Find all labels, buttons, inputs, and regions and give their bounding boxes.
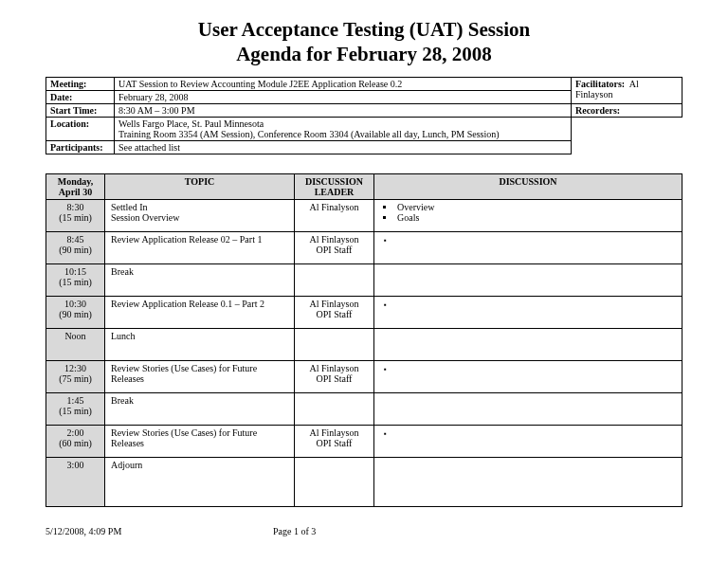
leader-line2: OPI Staff — [317, 245, 353, 255]
agenda-topic: Break — [105, 392, 295, 425]
square-bullet-icon — [382, 363, 387, 373]
agenda-discussion — [374, 457, 682, 506]
date-value: February 28, 2008 — [115, 90, 572, 103]
topic-line1: Settled In — [111, 202, 148, 212]
table-row: NoonLunch — [46, 328, 682, 360]
table-row: 1:45(15 min)Break — [46, 392, 682, 425]
agenda-leader — [295, 457, 374, 506]
time-value: 10:15 — [64, 266, 86, 277]
topic-line1: Adjourn — [111, 460, 142, 470]
agenda-time: 8:30(15 min) — [46, 199, 105, 231]
title-line-2: Agenda for February 28, 2008 — [236, 43, 492, 65]
col-header-time: Monday, April 30 — [46, 173, 105, 199]
col-header-topic: TOPIC — [105, 173, 295, 199]
time-duration: (90 min) — [48, 245, 102, 255]
title-line-1: User Acceptance Testing (UAT) Session — [198, 18, 530, 41]
location-value: Wells Fargo Place, St. Paul Minnesota Tr… — [115, 117, 572, 140]
time-value: 12:30 — [64, 363, 86, 373]
table-row: 8:30(15 min)Settled InSession OverviewAl… — [46, 199, 682, 231]
agenda-time: 10:15(15 min) — [46, 263, 105, 296]
table-row: 8:45(90 min)Review Application Release 0… — [46, 231, 682, 263]
meeting-label: Meeting: — [46, 77, 115, 90]
location-label: Location: — [46, 117, 115, 140]
agenda-topic: Lunch — [105, 328, 295, 360]
time-duration: (15 min) — [48, 277, 102, 287]
location-value-line2: Training Room 3354 (AM Session), Confere… — [118, 129, 500, 139]
agenda-topic: Settled InSession Overview — [105, 199, 295, 231]
agenda-discussion — [374, 263, 682, 296]
agenda-topic: Break — [105, 263, 295, 296]
agenda-topic: Review Application Release 0.1 – Part 2 — [105, 296, 295, 328]
location-value-line1: Wells Fargo Place, St. Paul Minnesota — [118, 118, 264, 129]
agenda-discussion: OverviewGoals — [374, 199, 682, 231]
agenda-leader: Al FinlaysonOPI Staff — [295, 360, 374, 392]
recorders-cell: Recorders: — [572, 103, 682, 117]
agenda-topic: Review Stories (Use Cases) for Future Re… — [105, 360, 295, 392]
agenda-table: Monday, April 30 TOPIC DISCUSSION LEADER… — [46, 173, 682, 507]
time-value: 10:30 — [64, 299, 86, 309]
time-duration: (60 min) — [48, 438, 102, 448]
time-value: 1:45 — [67, 395, 84, 406]
discussion-list: OverviewGoals — [382, 202, 674, 223]
meeting-info-block: Meeting: UAT Session to Review Accountin… — [46, 77, 682, 154]
topic-line1: Lunch — [111, 331, 136, 341]
topic-line1: Review Application Release 02 – Part 1 — [111, 234, 262, 245]
leader-line2: OPI Staff — [317, 373, 353, 384]
col-header-discussion: DISCUSSION — [374, 173, 682, 199]
footer-timestamp: 5/12/2008, 4:09 PM — [46, 526, 273, 536]
table-row: 12:30(75 min)Review Stories (Use Cases) … — [46, 360, 682, 392]
page-footer: 5/12/2008, 4:09 PM Page 1 of 3 — [0, 526, 728, 536]
agenda-time: 10:30(90 min) — [46, 296, 105, 328]
agenda-discussion — [374, 425, 682, 457]
topic-line1: Break — [111, 266, 134, 277]
leader-line1: Al Finlayson — [310, 234, 359, 245]
agenda-discussion — [374, 231, 682, 263]
agenda-leader: Al Finalyson — [295, 199, 374, 231]
footer-pager: Page 1 of 3 — [273, 526, 316, 536]
topic-line1: Break — [111, 395, 134, 406]
recorders-label: Recorders: — [575, 105, 620, 116]
agenda-discussion — [374, 360, 682, 392]
topic-line1: Review Stories (Use Cases) for Future Re… — [111, 363, 257, 384]
square-bullet-icon — [382, 299, 387, 309]
agenda-time: 2:00(60 min) — [46, 425, 105, 457]
list-item: Goals — [395, 212, 674, 223]
agenda-time: 12:30(75 min) — [46, 360, 105, 392]
agenda-leader: Al FinlaysonOPI Staff — [295, 296, 374, 328]
agenda-leader: Al FinlaysonOPI Staff — [295, 425, 374, 457]
agenda-topic: Adjourn — [105, 457, 295, 506]
page-title: User Acceptance Testing (UAT) Session Ag… — [46, 17, 682, 67]
agenda-time: 1:45(15 min) — [46, 392, 105, 425]
square-bullet-icon — [382, 427, 387, 438]
meeting-value: UAT Session to Review Accounting Module … — [115, 77, 572, 90]
list-item: Overview — [395, 202, 674, 212]
agenda-discussion — [374, 296, 682, 328]
time-value: 8:30 — [67, 202, 84, 212]
time-value: 2:00 — [67, 427, 84, 438]
time-value: 3:00 — [67, 460, 84, 470]
time-duration: (90 min) — [48, 309, 102, 319]
square-bullet-icon — [382, 234, 387, 245]
leader-line1: Al Finlayson — [310, 427, 359, 438]
agenda-time: 8:45(90 min) — [46, 231, 105, 263]
participants-label: Participants: — [46, 140, 115, 154]
agenda-discussion — [374, 328, 682, 360]
agenda-topic: Review Application Release 02 – Part 1 — [105, 231, 295, 263]
time-duration: (75 min) — [48, 373, 102, 384]
agenda-time: 3:00 — [46, 457, 105, 506]
topic-line1: Review Stories (Use Cases) for Future Re… — [111, 427, 257, 448]
leader-line2: OPI Staff — [317, 438, 353, 448]
agenda-leader — [295, 392, 374, 425]
agenda-leader — [295, 263, 374, 296]
facilitators-label: Facilitators: — [575, 79, 625, 89]
topic-line1: Review Application Release 0.1 – Part 2 — [111, 299, 264, 309]
time-value: Noon — [64, 331, 85, 341]
agenda-time: Noon — [46, 328, 105, 360]
agenda-discussion — [374, 392, 682, 425]
leader-line1: Al Finalyson — [310, 202, 359, 212]
topic-line2: Session Overview — [111, 212, 180, 223]
table-row: 3:00Adjourn — [46, 457, 682, 506]
meeting-info-side: Facilitators: Al Finlayson Recorders: — [572, 77, 682, 118]
time-duration: (15 min) — [48, 406, 102, 416]
table-row: 10:30(90 min)Review Application Release … — [46, 296, 682, 328]
